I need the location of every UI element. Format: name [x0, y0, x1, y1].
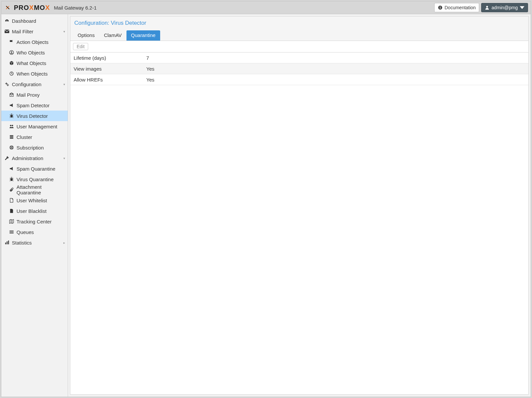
proxmox-x-icon — [4, 4, 11, 11]
svg-rect-17 — [10, 138, 14, 139]
table-row[interactable]: View imagesYes — [70, 63, 528, 74]
nav-virus-detector-label: Virus Detector — [17, 113, 48, 119]
panel-header: Configuration: Virus Detector — [70, 17, 528, 29]
nav-cluster[interactable]: Cluster — [1, 132, 68, 142]
nav-spam-quarantine-label: Spam Quarantine — [17, 166, 55, 172]
nav-user-blacklist[interactable]: User Blacklist — [1, 206, 68, 216]
nav-configuration-label: Configuration — [12, 82, 41, 87]
nav-virus-quarantine[interactable]: Virus Quarantine — [1, 174, 68, 184]
setting-value: Yes — [143, 63, 528, 74]
nav-mail-filter[interactable]: Mail Filter ▾ — [1, 26, 68, 37]
svg-point-10 — [7, 84, 9, 86]
file-solid-icon — [9, 209, 14, 213]
nav-user-management-label: User Management — [17, 124, 57, 129]
nav-spam-detector[interactable]: Spam Detector — [1, 100, 68, 111]
nav-spam-quarantine[interactable]: Spam Quarantine — [1, 163, 68, 174]
nav-queues[interactable]: Queues — [1, 227, 68, 237]
svg-rect-26 — [8, 241, 9, 244]
content-area: Configuration: Virus Detector Options Cl… — [68, 14, 531, 397]
app-title: Mail Gateway 6.2-1 — [54, 5, 96, 11]
tab-bar: Options ClamAV Quarantine — [70, 29, 528, 41]
svg-rect-1 — [440, 7, 441, 9]
nav-who-objects-label: Who Objects — [17, 50, 45, 55]
brand-wordmark: PROXMOX — [14, 4, 50, 12]
edit-button[interactable]: Edit — [73, 43, 88, 50]
caret-down-icon: ▾ — [63, 156, 65, 160]
svg-rect-22 — [10, 232, 14, 232]
svg-point-13 — [10, 125, 11, 126]
nav-user-whitelist-label: User Whitelist — [17, 198, 47, 203]
table-row[interactable]: Lifetime (days)7 — [70, 52, 528, 63]
user-circle-icon — [9, 50, 14, 55]
svg-point-7 — [11, 51, 12, 53]
nav-attachment-quarantine-label: Attachment Quarantine — [17, 184, 64, 195]
nav-mail-filter-label: Mail Filter — [12, 29, 33, 34]
user-menu-button[interactable]: admin@pmg — [481, 3, 528, 12]
svg-rect-16 — [10, 137, 14, 138]
setting-value: 7 — [143, 52, 528, 63]
tab-options[interactable]: Options — [73, 30, 99, 41]
nav-administration[interactable]: Administration ▾ — [1, 153, 68, 163]
svg-point-19 — [11, 147, 12, 148]
svg-point-20 — [11, 178, 13, 181]
setting-value: Yes — [143, 74, 528, 85]
nav-action-objects-label: Action Objects — [17, 39, 49, 45]
nav-configuration[interactable]: Configuration ▾ — [1, 79, 68, 89]
nav-tracking-center-label: Tracking Center — [17, 219, 52, 224]
envelope-icon — [5, 29, 9, 34]
nav-mail-proxy-label: Mail Proxy — [17, 92, 40, 98]
caret-right-icon: ▸ — [63, 241, 65, 245]
nav-queues-label: Queues — [17, 229, 34, 235]
cogs-icon — [5, 82, 9, 86]
map-icon — [9, 219, 14, 224]
nav-cluster-label: Cluster — [17, 134, 32, 140]
nav-virus-detector[interactable]: Virus Detector — [1, 111, 68, 121]
caret-down-icon: ▾ — [63, 83, 65, 86]
setting-name: View images — [70, 63, 143, 74]
svg-rect-4 — [7, 20, 7, 21]
toolbar: Edit — [70, 41, 528, 52]
nav-who-objects[interactable]: Who Objects — [1, 47, 68, 58]
settings-table: Lifetime (days)7View imagesYesAllow HREF… — [70, 52, 528, 85]
life-ring-icon — [9, 145, 14, 150]
header-bar: PROXMOX Mail Gateway 6.2-1 Documentation… — [1, 1, 531, 14]
nav-subscription[interactable]: Subscription — [1, 142, 68, 153]
table-row[interactable]: Allow HREFsYes — [70, 74, 528, 85]
cube-icon — [9, 61, 14, 65]
tab-quarantine[interactable]: Quarantine — [126, 30, 160, 41]
svg-rect-5 — [5, 30, 9, 33]
nav-statistics[interactable]: Statistics ▸ — [1, 237, 68, 248]
nav-attachment-quarantine[interactable]: Attachment Quarantine — [1, 184, 68, 195]
nav-user-whitelist[interactable]: User Whitelist — [1, 195, 68, 206]
documentation-button[interactable]: Documentation — [434, 3, 479, 12]
bar-chart-icon — [5, 240, 9, 245]
nav-administration-label: Administration — [12, 155, 43, 161]
svg-point-3 — [486, 6, 488, 8]
nav-tracking-center[interactable]: Tracking Center — [1, 216, 68, 227]
file-outline-icon — [9, 198, 14, 203]
nav-when-objects-label: When Objects — [17, 71, 48, 77]
brand-logo: PROXMOX — [4, 4, 50, 12]
bullhorn-icon — [9, 166, 14, 171]
nav-mail-proxy[interactable]: Mail Proxy — [1, 89, 68, 100]
nav-spam-detector-label: Spam Detector — [17, 103, 50, 108]
tab-clamav[interactable]: ClamAV — [99, 30, 126, 41]
nav-action-objects[interactable]: Action Objects — [1, 37, 68, 47]
users-icon — [9, 124, 14, 129]
flag-icon — [9, 40, 14, 44]
bars-icon — [9, 230, 14, 234]
sidebar: Dashboard Mail Filter ▾ Action Objects W… — [1, 14, 68, 397]
wrench-icon — [5, 156, 9, 160]
setting-name: Allow HREFs — [70, 74, 143, 85]
tab-clamav-label: ClamAV — [104, 32, 122, 38]
nav-dashboard[interactable]: Dashboard — [1, 16, 68, 26]
nav-user-management[interactable]: User Management — [1, 121, 68, 132]
bug-icon — [9, 177, 14, 182]
setting-name: Lifetime (days) — [70, 52, 143, 63]
nav-subscription-label: Subscription — [17, 145, 44, 150]
nav-when-objects[interactable]: When Objects — [1, 68, 68, 79]
nav-what-objects[interactable]: What Objects — [1, 58, 68, 68]
svg-rect-25 — [7, 242, 8, 245]
svg-rect-15 — [10, 135, 14, 136]
tab-options-label: Options — [78, 32, 95, 38]
